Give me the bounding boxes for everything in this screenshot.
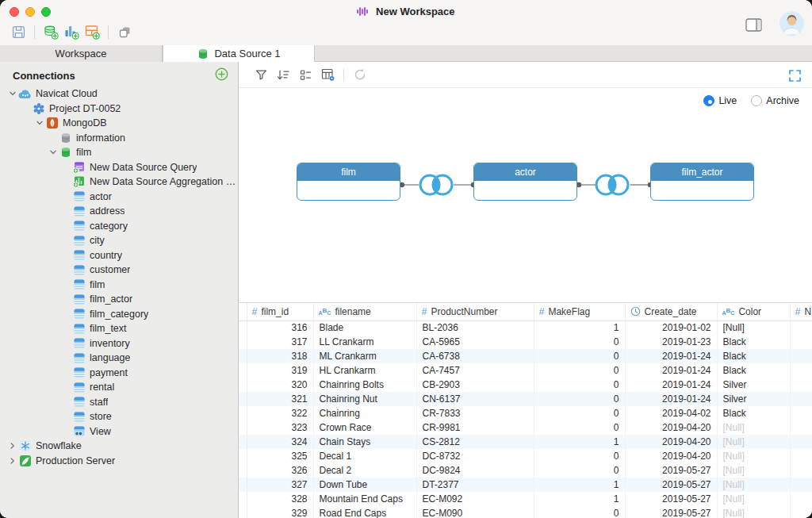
tree-item-category[interactable]: category [0,219,238,234]
add-connection-button[interactable] [215,67,228,84]
grid-cell[interactable]: 329 [247,506,313,518]
grid-cell[interactable]: Silver [717,392,790,406]
grid-cell[interactable]: 325 [247,449,313,463]
grid-cell[interactable]: Black [717,349,790,363]
tree-item-film[interactable]: film [0,278,238,293]
tree-item-customer[interactable]: customer [0,263,238,278]
grid-cell[interactable]: 0 [534,392,625,406]
table-settings-button[interactable] [316,64,339,85]
grid-cell[interactable]: 2019-01-02 [625,320,717,335]
tree-item-store[interactable]: store [0,409,238,424]
grid-cell[interactable]: HL Crankarm [313,363,416,378]
tree-item-new-data-source-query[interactable]: New Data Source Query [0,160,238,175]
tree-item-information[interactable]: information [0,131,238,146]
tree-item-actor[interactable]: actor [0,190,238,205]
duplicate-button[interactable] [114,22,135,41]
grid-cell[interactable]: 321 [247,392,313,406]
grid-cell[interactable]: [Null] [717,506,790,518]
grid-cell[interactable]: [Null] [717,420,790,435]
refresh-button[interactable] [349,64,371,85]
diagram-node-film[interactable]: film [297,163,400,201]
grid-cell[interactable]: 1 [534,478,625,492]
grid-cell[interactable]: CB-2903 [416,378,534,392]
grid-cell[interactable]: CR-7833 [416,406,534,420]
tree-item-language[interactable]: language [0,351,238,366]
grid-cell[interactable]: Down Tube [313,478,416,492]
grid-cell[interactable]: Black [717,406,790,420]
join-icon[interactable] [420,175,452,194]
tree-item-film-text[interactable]: film_text [0,321,238,336]
grid-cell[interactable]: 328 [247,492,313,506]
join-icon[interactable] [596,175,628,194]
tree-item-film-actor[interactable]: film_actor [0,292,238,307]
grid-cell[interactable]: DC-8732 [416,449,534,463]
grid-cell[interactable]: 317 [247,335,313,349]
grid-cell[interactable]: [Null] [717,320,790,335]
tree-item-country[interactable]: country [0,248,238,263]
grid-cell[interactable]: 320 [247,378,313,392]
grid-cell[interactable]: 2019-01-24 [625,378,717,392]
diagram-node-film_actor[interactable]: film_actor [650,163,754,201]
grid-cell[interactable]: 2019-05-27 [625,492,717,506]
grid-cell[interactable]: 326 [247,463,313,478]
grid-cell[interactable]: 327 [247,478,313,492]
grid-cell[interactable]: ML Crankarm [313,349,416,363]
grid-cell[interactable]: CA-7457 [416,363,534,378]
grid-cell[interactable]: [Null] [717,435,790,449]
grid-cell[interactable]: Chainring [313,406,416,420]
new-dashboard-button[interactable] [82,22,102,41]
grid-cell[interactable]: 2019-01-24 [625,363,717,378]
grid-cell[interactable]: [Null] [717,478,790,492]
grid-cell[interactable]: 2019-04-20 [625,449,717,463]
column-header-filename[interactable]: ABCfilename [313,303,416,320]
grid-cell[interactable]: Chainring Nut [313,392,416,406]
grid-cell[interactable]: 319 [247,363,313,378]
grid-cell[interactable]: 2019-05-27 [625,478,717,492]
grid-cell[interactable]: CA-5965 [416,335,534,349]
tree-item-film[interactable]: film [0,145,238,160]
grid-cell[interactable]: Decal 2 [313,463,416,478]
tree-item-payment[interactable]: payment [0,366,238,381]
column-header-create_date[interactable]: Create_date [625,303,717,320]
tree-item-inventory[interactable]: inventory [0,336,238,351]
tree-item-rental[interactable]: rental [0,380,238,395]
grid-cell[interactable]: DT-2377 [416,478,534,492]
tree-item-new-data-source-aggregation-pip-[interactable]: New Data Source Aggregation Pip... [0,175,238,190]
new-chart-button[interactable] [61,22,82,41]
column-header-color[interactable]: ABCColor [717,303,790,320]
grid-cell[interactable]: Mountain End Caps [313,492,416,506]
grid-cell[interactable]: 323 [247,420,313,435]
save-button[interactable] [8,22,29,41]
diagram-node-actor[interactable]: actor [473,163,577,201]
chevron-down-icon[interactable] [47,147,59,158]
grid-cell[interactable]: Silver [717,378,790,392]
grid-cell[interactable]: 0 [534,449,625,463]
tree-item-production-server[interactable]: Production Server [0,454,238,469]
tree-item-snowflake[interactable]: Snowflake [0,439,238,454]
column-header-makeflag[interactable]: #MakeFlag [534,303,625,320]
grid-cell[interactable]: 1 [534,320,625,335]
avatar[interactable] [779,11,804,36]
grid-cell[interactable]: 2019-04-20 [625,435,717,449]
grid-cell[interactable]: EC-M090 [416,506,534,518]
select-fields-button[interactable] [294,64,316,85]
tree-item-city[interactable]: city [0,233,238,248]
grid-cell[interactable]: Chain Stays [313,435,416,449]
grid-cell[interactable]: 0 [534,463,625,478]
grid-cell[interactable]: 0 [534,420,625,435]
grid-cell[interactable]: 2019-01-24 [625,349,717,363]
grid-cell[interactable]: 0 [534,406,625,420]
grid-cell[interactable]: 0 [534,506,625,518]
tree-item-project-dt-0052[interactable]: Project DT-0052 [0,102,238,117]
tab-data-source-1[interactable]: Data Source 1 [163,45,315,62]
grid-cell[interactable]: Chainring Bolts [313,378,416,392]
chevron-right-icon[interactable] [6,440,18,451]
tree-item-mongodb[interactable]: MongoDB [0,116,238,131]
tree-item-staff[interactable]: staff [0,395,238,410]
grid-cell[interactable]: Road End Caps [313,506,416,518]
chevron-down-icon[interactable] [6,88,18,99]
grid-cell[interactable]: 1 [534,435,625,449]
grid-cell[interactable]: LL Crankarm [313,335,416,349]
grid-cell[interactable]: Black [717,363,790,378]
chevron-right-icon[interactable] [6,455,18,466]
